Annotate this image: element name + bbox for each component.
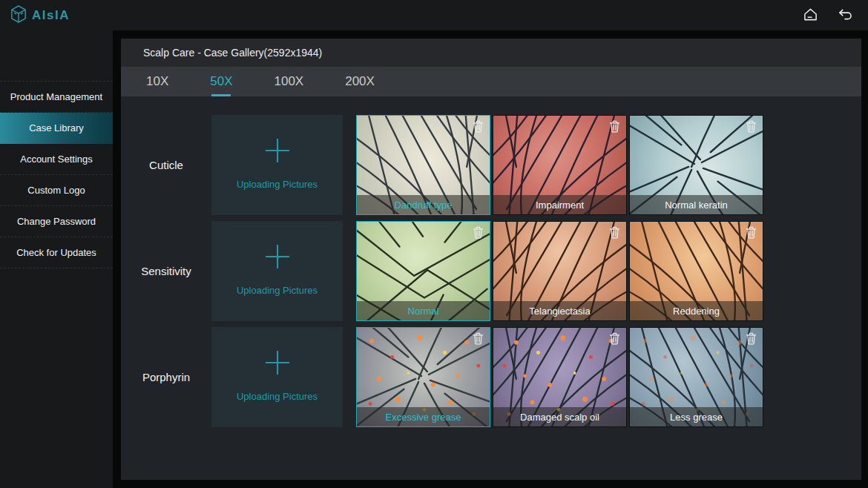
upload-label: Uploading Pictures xyxy=(237,285,318,296)
tab-label: 50X xyxy=(210,74,232,89)
cube-logo-icon xyxy=(10,5,27,26)
case-label-band: Damaged scalp oil xyxy=(493,407,626,426)
case-label-band: Excessive grease xyxy=(357,407,490,426)
sidebar-item-case-library[interactable]: Case Library xyxy=(0,113,113,144)
tab-label: 10X xyxy=(146,74,168,89)
sidebar-item-product-management[interactable]: Product Management xyxy=(0,82,113,113)
sidebar-item-label: Change Password xyxy=(17,216,96,227)
case-card-impairment[interactable]: Impairment xyxy=(493,115,627,215)
delete-icon[interactable] xyxy=(608,119,621,136)
case-label: Less grease xyxy=(670,412,723,423)
delete-icon[interactable] xyxy=(608,332,621,348)
case-label: Impairment xyxy=(536,200,584,211)
home-button[interactable] xyxy=(801,6,820,25)
case-label-band: Normal xyxy=(357,301,490,320)
tab-label: 200X xyxy=(345,74,375,89)
case-label-band: Reddening xyxy=(630,301,763,320)
delete-icon[interactable] xyxy=(608,225,621,242)
case-card-telangiectasia[interactable]: Telangiectasia xyxy=(493,221,627,321)
back-button[interactable] xyxy=(836,7,855,24)
main-stage: Scalp Care - Case Gallery(2592x1944) 10X… xyxy=(113,30,868,488)
upload-pictures-button[interactable]: Uploading Pictures xyxy=(211,115,343,215)
sidebar-item-label: Custom Logo xyxy=(27,185,85,196)
case-label: Normal keratin xyxy=(665,200,728,211)
sidebar: Product Management Case Library Account … xyxy=(0,30,113,488)
tab-100x[interactable]: 100X xyxy=(254,67,325,96)
row-label: Porphyrin xyxy=(121,327,211,427)
sidebar-menu: Product Management Case Library Account … xyxy=(0,81,113,268)
delete-icon[interactable] xyxy=(472,332,484,348)
tab-50x[interactable]: 50X xyxy=(189,67,253,96)
sidebar-item-check-for-updates[interactable]: Check for Updates xyxy=(0,237,113,268)
home-icon xyxy=(803,7,818,24)
upload-pictures-button[interactable]: Uploading Pictures xyxy=(211,221,343,321)
app-logo: AIsIA xyxy=(10,5,70,26)
tab-200x[interactable]: 200X xyxy=(324,67,395,96)
plus-icon xyxy=(263,136,292,167)
row-cuticle: Cuticle Uploading Pictures Dandruff type xyxy=(121,115,861,215)
upload-pictures-button[interactable]: Uploading Pictures xyxy=(211,327,343,427)
top-actions xyxy=(801,6,855,25)
panel-header: Scalp Care - Case Gallery(2592x1944) xyxy=(121,39,861,67)
delete-icon[interactable] xyxy=(472,225,484,242)
case-label: Telangiectasia xyxy=(529,306,590,317)
case-label: Dandruff type xyxy=(395,200,453,211)
logo-text: AIsIA xyxy=(32,8,70,23)
case-label-band: Dandruff type xyxy=(357,195,490,214)
plus-icon xyxy=(263,349,292,379)
case-label: Reddening xyxy=(673,306,720,317)
case-label-band: Impairment xyxy=(493,195,626,214)
case-label: Excessive grease xyxy=(386,412,461,423)
case-label-band: Normal keratin xyxy=(630,195,763,214)
app-screen: AIsIA xyxy=(0,0,868,488)
case-card-less-grease[interactable]: Less grease xyxy=(629,327,763,427)
gallery-content: Cuticle Uploading Pictures Dandruff type xyxy=(121,96,861,480)
sidebar-item-custom-logo[interactable]: Custom Logo xyxy=(0,175,113,206)
sidebar-item-label: Account Settings xyxy=(20,154,93,165)
row-label: Cuticle xyxy=(121,115,211,215)
row-label: Sensitivity xyxy=(121,221,211,321)
tab-10x[interactable]: 10X xyxy=(125,67,189,96)
upload-label: Uploading Pictures xyxy=(237,179,318,190)
delete-icon[interactable] xyxy=(472,119,484,136)
case-label-band: Less grease xyxy=(630,407,763,426)
delete-icon[interactable] xyxy=(745,225,757,242)
top-bar: AIsIA xyxy=(0,0,868,30)
case-card-excessive-grease[interactable]: Excessive grease xyxy=(356,327,490,427)
magnification-tabs: 10X 50X 100X 200X xyxy=(121,67,861,96)
sidebar-item-account-settings[interactable]: Account Settings xyxy=(0,144,113,175)
case-gallery-panel: Scalp Care - Case Gallery(2592x1944) 10X… xyxy=(121,39,861,480)
case-card-normal-keratin[interactable]: Normal keratin xyxy=(629,115,763,215)
plus-icon xyxy=(263,243,292,273)
case-label: Normal xyxy=(408,306,439,317)
page-title: Scalp Care - Case Gallery(2592x1944) xyxy=(143,47,322,59)
back-icon xyxy=(838,8,853,23)
delete-icon[interactable] xyxy=(745,332,757,348)
case-card-reddening[interactable]: Reddening xyxy=(629,221,763,321)
case-card-damaged-scalp-oil[interactable]: Damaged scalp oil xyxy=(493,327,627,427)
sidebar-item-label: Case Library xyxy=(29,122,84,133)
case-label-band: Telangiectasia xyxy=(493,301,626,320)
sidebar-item-label: Check for Updates xyxy=(16,247,96,258)
row-sensitivity: Sensitivity Uploading Pictures Normal xyxy=(121,221,861,321)
case-label: Damaged scalp oil xyxy=(520,412,599,423)
sidebar-item-label: Product Management xyxy=(10,91,102,102)
row-porphyrin: Porphyrin Uploading Pictures Excessive g… xyxy=(121,327,861,427)
case-card-dandruff-type[interactable]: Dandruff type xyxy=(356,115,490,215)
tab-label: 100X xyxy=(274,74,304,89)
upload-label: Uploading Pictures xyxy=(237,391,318,402)
sidebar-item-change-password[interactable]: Change Password xyxy=(0,206,113,237)
delete-icon[interactable] xyxy=(745,119,757,136)
case-card-normal[interactable]: Normal xyxy=(356,221,490,321)
